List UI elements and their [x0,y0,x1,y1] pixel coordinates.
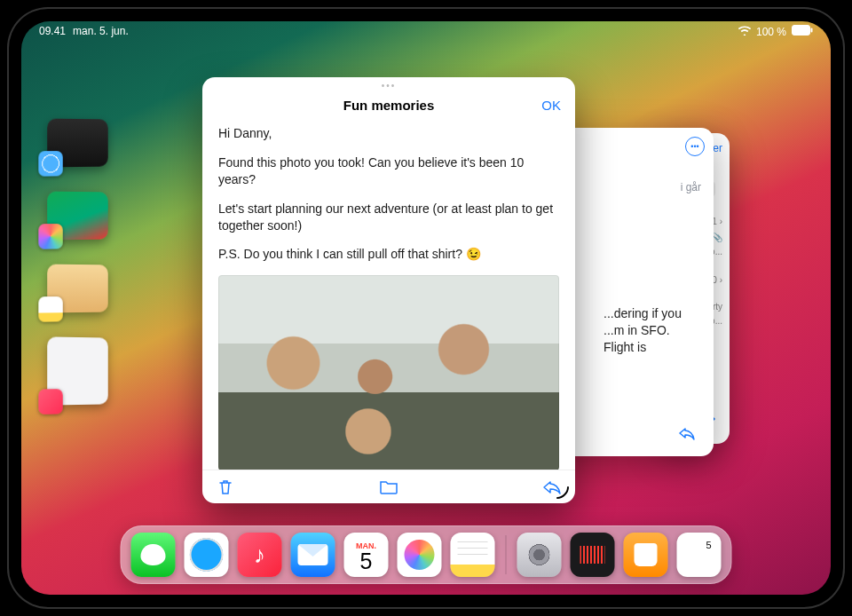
trash-icon[interactable] [215,477,236,498]
safari-icon [38,151,62,177]
dock-app-mail[interactable] [291,533,335,577]
dock-app-calendar[interactable]: Man. 5 [344,533,389,577]
mail-compose-window[interactable]: ••• Fun memories OK Hi Danny, Found this… [202,77,575,503]
dock-app-books[interactable] [624,533,668,577]
wifi-icon [738,26,751,38]
music-note-icon: ♪ [254,541,265,569]
dock: ♪ Man. 5 [121,525,732,584]
battery-icon [792,25,813,38]
dock-app-music[interactable]: ♪ [238,533,282,577]
reply-icon[interactable] [678,426,696,444]
status-date: man. 5. jun. [73,25,129,38]
mail-paragraph: P.S. Do you think I can still pull off t… [218,246,559,263]
bgwin1-time: i går [681,181,701,193]
stage-thumb-safari[interactable] [47,119,107,168]
window-drag-handle[interactable]: ••• [202,77,575,93]
dock-app-notes[interactable] [451,533,495,577]
notes-icon [38,296,62,322]
dock-app-messages[interactable] [131,533,176,577]
resize-corner-icon[interactable] [554,484,570,500]
stage-thumb-notes[interactable] [47,265,107,313]
book-icon [635,543,658,566]
dock-app-settings[interactable] [517,533,562,577]
mail-toolbar [202,470,575,503]
more-icon[interactable]: ••• [685,137,705,156]
mail-subject: Fun memories [343,98,435,113]
status-bar: 09.41 man. 5. jun. 100 % [21,25,831,38]
ok-button[interactable]: OK [541,98,561,113]
ipad-screen: 09.41 man. 5. jun. 100 % ...liger [21,21,831,595]
folder-icon[interactable] [378,477,399,498]
dock-separator [506,535,507,574]
battery-percent: 100 % [756,26,786,38]
wink-emoji-icon: 😉 [466,246,481,263]
mail-body[interactable]: Hi Danny, Found this photo you took! Can… [202,116,575,470]
envelope-icon [298,544,328,565]
attached-photo[interactable] [218,275,559,470]
stage-thumb-photos[interactable] [47,192,107,241]
ipad-device-frame: 09.41 man. 5. jun. 100 % ...liger [9,9,843,607]
bgwin1-body-peek: ...dering if you ...m in SFO. Flight is [604,305,701,356]
stage-manager-strip [46,119,110,405]
drag-dots-icon: ••• [382,81,397,91]
svg-rect-0 [793,26,810,36]
mail-paragraph: Found this photo you took! Can you belie… [218,154,559,188]
mail-greeting: Hi Danny, [218,125,559,142]
music-icon [38,389,62,415]
calendar-daynum: 5 [360,550,373,573]
svg-rect-1 [811,28,813,33]
stage-thumb-music[interactable] [47,336,107,405]
dock-app-safari[interactable] [185,533,229,577]
dock-app-photos[interactable] [398,533,442,577]
dock-app-group[interactable] [677,533,722,577]
photos-icon [38,224,62,249]
status-time: 09.41 [39,25,66,38]
mail-paragraph: Let's start planning our next adventure … [218,201,559,234]
mail-titlebar: Fun memories OK [202,93,575,116]
dock-app-voice-memos[interactable] [571,533,615,577]
